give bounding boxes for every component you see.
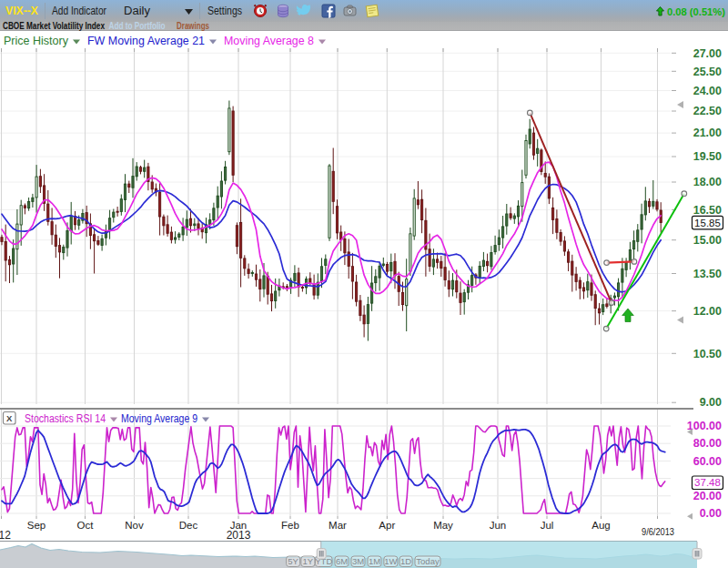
svg-text:Nov: Nov <box>125 520 144 531</box>
svg-text:Dec: Dec <box>179 520 198 531</box>
svg-text:Mar: Mar <box>329 520 347 531</box>
svg-text:37.48: 37.48 <box>694 477 721 488</box>
svg-text:18.00: 18.00 <box>693 176 722 188</box>
svg-text:Sep: Sep <box>27 520 46 531</box>
svg-text:21.00: 21.00 <box>693 127 722 139</box>
svg-text:19.50: 19.50 <box>693 150 722 163</box>
svg-text:16.50: 16.50 <box>693 204 722 217</box>
svg-text:9/6/2013: 9/6/2013 <box>642 526 674 537</box>
svg-text:Jul: Jul <box>541 520 554 531</box>
svg-text:May: May <box>433 520 453 531</box>
svg-text:3M: 3M <box>352 556 364 566</box>
svg-text:9.00: 9.00 <box>700 396 722 409</box>
svg-text:6M: 6M <box>336 556 348 566</box>
svg-text:Apr: Apr <box>379 520 395 531</box>
svg-text:1D: 1D <box>400 556 411 566</box>
svg-text:Add to Portfolio: Add to Portfolio <box>109 21 166 31</box>
svg-text:15.85: 15.85 <box>694 218 721 228</box>
svg-text:Jun: Jun <box>490 520 507 531</box>
svg-text:22.50: 22.50 <box>693 105 722 117</box>
svg-text:Moving Average 8: Moving Average 8 <box>224 35 314 47</box>
svg-text:Drawings: Drawings <box>177 21 209 31</box>
svg-text:10.50: 10.50 <box>693 348 722 360</box>
svg-text:1W: 1W <box>384 556 397 566</box>
svg-text:13.50: 13.50 <box>693 268 722 280</box>
svg-text:Today: Today <box>416 556 440 566</box>
svg-text:80.00: 80.00 <box>693 437 722 450</box>
svg-text:CBOE Market Volatility Index: CBOE Market Volatility Index <box>3 21 105 31</box>
svg-text:Stochastics RSI 14: Stochastics RSI 14 <box>25 412 106 425</box>
svg-text:1M: 1M <box>369 556 380 566</box>
svg-text:Feb: Feb <box>281 520 299 531</box>
svg-text:X: X <box>6 413 13 423</box>
svg-text:5Y: 5Y <box>288 556 298 566</box>
svg-text:Daily: Daily <box>124 5 150 17</box>
svg-text:12.00: 12.00 <box>693 305 722 318</box>
svg-text:1Y: 1Y <box>303 556 314 566</box>
svg-text:25.50: 25.50 <box>693 66 722 78</box>
svg-text:60.00: 60.00 <box>693 455 722 468</box>
svg-text:0.08 (0.51%): 0.08 (0.51%) <box>667 6 725 17</box>
svg-text:15.00: 15.00 <box>693 234 722 247</box>
svg-text:Aug: Aug <box>592 520 610 531</box>
svg-text:Price History: Price History <box>4 35 68 47</box>
svg-text:0.00: 0.00 <box>700 507 722 520</box>
svg-text:27.00: 27.00 <box>693 47 722 60</box>
svg-text:20.00: 20.00 <box>693 490 722 502</box>
svg-text:Oct: Oct <box>77 520 95 531</box>
svg-text:2012: 2012 <box>0 529 11 542</box>
svg-text:Add Indicator: Add Indicator <box>52 5 106 17</box>
svg-text:Moving Average 9: Moving Average 9 <box>121 412 197 425</box>
svg-text:24.00: 24.00 <box>693 85 722 97</box>
svg-text:FW Moving Average 21: FW Moving Average 21 <box>87 35 205 47</box>
svg-text:Settings: Settings <box>207 5 242 17</box>
svg-text:VIX--X: VIX--X <box>5 5 38 17</box>
svg-text:2013: 2013 <box>227 529 251 542</box>
